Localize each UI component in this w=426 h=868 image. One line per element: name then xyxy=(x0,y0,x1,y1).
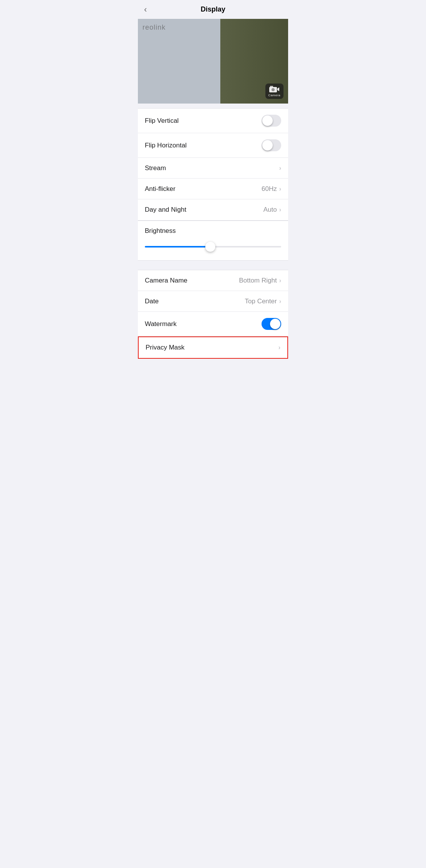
privacy-mask-item[interactable]: Privacy Mask › xyxy=(138,336,288,359)
camera-name-chevron-icon: › xyxy=(279,277,281,284)
day-night-label: Day and Night xyxy=(145,206,186,214)
brand-logo: reolink xyxy=(143,23,166,32)
anti-flicker-value: 60Hz xyxy=(262,185,277,193)
anti-flicker-right: 60Hz › xyxy=(262,185,281,193)
date-right: Top Center › xyxy=(245,298,282,305)
watermark-label: Camera xyxy=(268,94,280,97)
stream-label: Stream xyxy=(145,164,166,172)
stream-chevron-icon: › xyxy=(279,165,281,172)
anti-flicker-label: Anti-flicker xyxy=(145,185,175,193)
date-value: Top Center xyxy=(245,298,277,305)
brightness-slider-container[interactable] xyxy=(145,241,281,253)
watermark-toggle[interactable] xyxy=(262,318,281,330)
privacy-mask-right: › xyxy=(278,344,280,351)
camera-watermark-badge: Camera xyxy=(265,84,283,99)
camera-name-label: Camera Name xyxy=(145,277,188,284)
flip-horizontal-label: Flip Horizontal xyxy=(145,142,187,149)
date-item[interactable]: Date Top Center › xyxy=(138,291,288,312)
day-night-value: Auto xyxy=(263,206,277,214)
day-night-right: Auto › xyxy=(263,206,281,214)
toggle-knob xyxy=(262,115,273,126)
privacy-mask-chevron-icon: › xyxy=(278,344,280,351)
svg-marker-1 xyxy=(277,87,279,91)
back-button[interactable]: ‹ xyxy=(144,5,147,15)
page-title: Display xyxy=(201,5,225,13)
toggle-knob xyxy=(270,319,280,329)
brightness-slider-thumb[interactable] xyxy=(205,242,215,252)
flip-vertical-label: Flip Vertical xyxy=(145,117,179,125)
brightness-section: Brightness xyxy=(138,221,288,261)
brightness-slider-fill xyxy=(145,246,210,248)
privacy-mask-label: Privacy Mask xyxy=(146,344,184,351)
day-night-item[interactable]: Day and Night Auto › xyxy=(138,199,288,220)
camera-icon xyxy=(269,85,280,93)
svg-rect-2 xyxy=(270,86,273,87)
watermark-item: Watermark xyxy=(138,312,288,336)
flip-vertical-item: Flip Vertical xyxy=(138,109,288,133)
watermark-label: Watermark xyxy=(145,320,177,328)
toggle-knob xyxy=(262,140,273,151)
stream-item[interactable]: Stream › xyxy=(138,158,288,179)
flip-vertical-toggle[interactable] xyxy=(262,115,281,127)
anti-flicker-item[interactable]: Anti-flicker 60Hz › xyxy=(138,179,288,199)
brightness-label: Brightness xyxy=(145,227,281,235)
section-divider xyxy=(138,261,288,265)
display-settings-section: Flip Vertical Flip Horizontal Stream › A… xyxy=(138,108,288,221)
day-night-chevron-icon: › xyxy=(279,206,281,213)
camera-name-value: Bottom Right xyxy=(239,277,277,284)
camera-name-right: Bottom Right › xyxy=(239,277,281,284)
camera-preview: reolink Camera xyxy=(138,19,288,104)
flip-horizontal-item: Flip Horizontal xyxy=(138,133,288,158)
svg-point-3 xyxy=(272,88,275,91)
stream-right: › xyxy=(279,165,281,172)
camera-name-item[interactable]: Camera Name Bottom Right › xyxy=(138,270,288,291)
date-label: Date xyxy=(145,298,159,305)
brightness-slider-track xyxy=(145,246,281,248)
page-header: ‹ Display xyxy=(138,0,288,19)
flip-horizontal-toggle[interactable] xyxy=(262,139,281,151)
date-chevron-icon: › xyxy=(279,298,281,305)
anti-flicker-chevron-icon: › xyxy=(279,186,281,192)
overlay-settings-section: Camera Name Bottom Right › Date Top Cent… xyxy=(138,270,288,336)
